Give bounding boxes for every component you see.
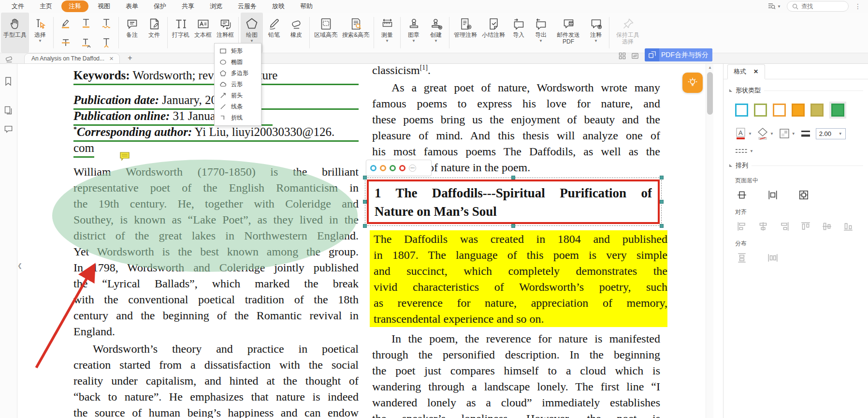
note-button[interactable]: 备注: [121, 13, 143, 53]
menu-home[interactable]: 主页: [32, 0, 60, 12]
hand-tool-button[interactable]: 手型工具: [1, 13, 29, 53]
format-tab[interactable]: 格式 ✕: [727, 64, 765, 79]
color-swatch-green[interactable]: [390, 165, 396, 171]
menu-item-arrow[interactable]: 箭头: [215, 90, 261, 101]
red-rectangle-annotation[interactable]: 1 The Daffodils---Spiritual Purification…: [367, 179, 660, 224]
menu-view[interactable]: 视图: [90, 0, 118, 12]
color-swatch-red[interactable]: [399, 165, 405, 171]
align-left-button[interactable]: [735, 220, 749, 233]
sticky-note-icon[interactable]: [119, 151, 130, 161]
export-comments-button[interactable]: 导出 ▼: [530, 13, 552, 53]
font-color-button[interactable]: A ▼: [735, 127, 752, 140]
resize-handle[interactable]: [511, 176, 515, 179]
menu-slideshow[interactable]: 放映: [264, 0, 292, 12]
collapse-triangle-icon[interactable]: [729, 164, 732, 167]
import-comments-button[interactable]: 导入: [507, 13, 530, 53]
select-tool-button[interactable]: 选择 ▼: [29, 13, 51, 53]
dash-style-button[interactable]: ▼: [735, 148, 868, 154]
measure-button[interactable]: 测量 ▼: [376, 13, 398, 53]
stamp-button[interactable]: 图章 ▼: [403, 13, 425, 53]
bookmarks-panel-icon[interactable]: [4, 76, 13, 86]
distribute-horizontally-button[interactable]: [766, 252, 780, 264]
shape-style-olive-outline[interactable]: [754, 104, 767, 117]
menu-item-rectangle[interactable]: 矩形: [215, 45, 261, 57]
typewriter-button[interactable]: 打字机: [170, 13, 192, 53]
shape-style-cyan-outline[interactable]: [735, 104, 748, 117]
line-width-spinner[interactable]: 2.00 ▼: [816, 128, 846, 139]
highlight-text-button[interactable]: [57, 15, 74, 31]
resize-handle[interactable]: [511, 224, 515, 228]
menu-item-polyline[interactable]: 折线: [215, 112, 261, 123]
clear-annotation-icon[interactable]: [5, 55, 14, 63]
manage-comments-button[interactable]: 管理注释: [451, 13, 479, 53]
more-menu-icon[interactable]: ⋮: [854, 2, 861, 10]
align-bottom-button[interactable]: [841, 220, 855, 233]
resize-handle[interactable]: [660, 224, 664, 228]
fill-color-button[interactable]: ▼: [757, 127, 774, 140]
scrollbar-thumb[interactable]: [707, 72, 713, 115]
vertical-scrollbar[interactable]: ▲: [706, 64, 713, 418]
summarize-comments-button[interactable]: 小结注释: [479, 13, 507, 53]
center-both-button[interactable]: [797, 189, 810, 201]
swap-view-icon[interactable]: [631, 52, 639, 60]
strikethrough-button[interactable]: [57, 34, 74, 51]
pencil-button[interactable]: 铅笔: [263, 13, 285, 53]
center-vertically-button[interactable]: [735, 189, 749, 201]
insert-text-button[interactable]: [98, 34, 115, 51]
menu-item-cloud[interactable]: 云形: [215, 79, 261, 90]
tips-lightbulb-button[interactable]: [682, 73, 703, 93]
menu-comment-active[interactable]: 注释: [61, 0, 88, 12]
menu-browse[interactable]: 浏览: [202, 0, 230, 12]
document-canvas[interactable]: ❮ Keywords: Wordsworth; review of nature…: [17, 64, 706, 418]
close-tab-icon[interactable]: ✕: [109, 56, 114, 62]
menu-cloud[interactable]: 云服务: [230, 0, 264, 12]
replace-text-button[interactable]: [77, 34, 95, 51]
scroll-up-icon[interactable]: ▲: [706, 65, 714, 70]
collapse-sidebar-handle[interactable]: ❮: [17, 259, 23, 272]
search-box[interactable]: [787, 1, 849, 12]
resize-handle[interactable]: [363, 224, 367, 228]
create-stamp-button[interactable]: 创建 ▼: [425, 13, 447, 53]
close-panel-icon[interactable]: ✕: [753, 68, 759, 75]
shape-style-green-fill-selected[interactable]: [831, 104, 844, 117]
align-top-button[interactable]: [799, 220, 812, 233]
menu-item-polygon[interactable]: 多边形: [215, 68, 261, 79]
eraser-button[interactable]: 橡皮: [285, 13, 307, 53]
resize-handle[interactable]: [363, 176, 367, 179]
comments-list-icon[interactable]: [4, 125, 13, 134]
search-highlight-button[interactable]: 搜索&高亮: [340, 13, 372, 53]
comments-panel-button[interactable]: 注释 ▼: [585, 13, 607, 53]
menu-protect[interactable]: 保护: [146, 0, 174, 12]
squiggly-underline-button[interactable]: [98, 15, 115, 31]
pages-panel-icon[interactable]: [4, 105, 13, 115]
red-arrow-annotation[interactable]: [27, 257, 123, 376]
distribute-vertically-button[interactable]: [735, 252, 749, 264]
center-horizontally-button[interactable]: [766, 189, 780, 201]
shape-style-orange-outline[interactable]: [773, 104, 786, 117]
menu-item-line[interactable]: 线条: [215, 101, 261, 112]
file-attach-button[interactable]: 文件: [143, 13, 165, 53]
menu-share[interactable]: 共享: [174, 0, 202, 12]
read-mode-button[interactable]: ▼: [768, 3, 781, 10]
green-ellipse-annotation[interactable]: [52, 160, 358, 272]
color-swatch-blue[interactable]: [370, 165, 376, 171]
new-tab-button[interactable]: +: [128, 54, 132, 62]
document-tab[interactable]: An Analysis on The Daffod... ✕: [24, 53, 120, 63]
resize-handle[interactable]: [660, 176, 664, 179]
collapse-triangle-icon[interactable]: [729, 89, 732, 92]
shape-style-orange-fill[interactable]: [792, 104, 805, 117]
underline-text-button[interactable]: [77, 15, 95, 31]
menu-item-ellipse[interactable]: 椭圆: [215, 57, 261, 68]
pdf-merge-split-button[interactable]: PDF合并与拆分: [645, 48, 712, 61]
resize-handle[interactable]: [660, 200, 664, 204]
align-center-button[interactable]: [756, 220, 770, 233]
yellow-highlight-annotation[interactable]: The Daffodils was created in 1804 and pu…: [370, 230, 667, 327]
menu-help[interactable]: 帮助: [292, 0, 320, 12]
align-middle-button[interactable]: [820, 220, 834, 233]
search-input[interactable]: [801, 3, 843, 10]
resize-handle[interactable]: [363, 200, 367, 204]
menu-form[interactable]: 表单: [118, 0, 146, 12]
menu-file[interactable]: 文件: [4, 0, 32, 12]
align-right-button[interactable]: [778, 220, 791, 233]
thumbnail-grid-icon[interactable]: [619, 52, 626, 60]
